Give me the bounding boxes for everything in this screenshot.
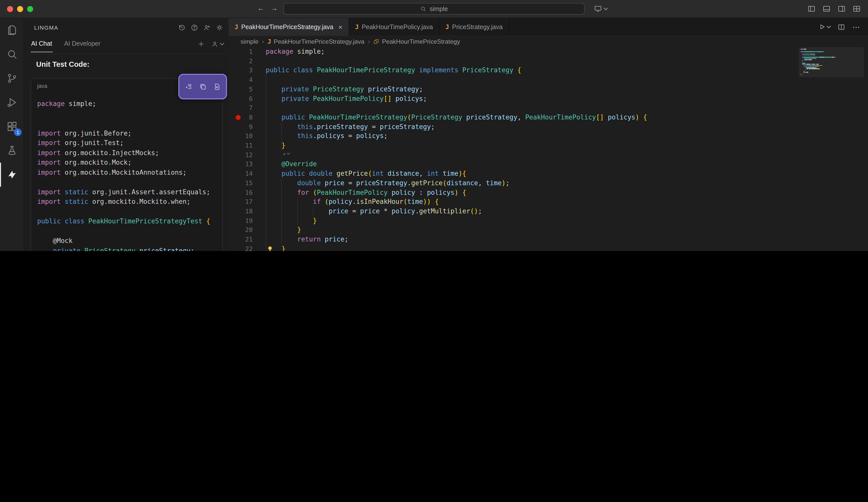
code-line bbox=[266, 75, 647, 85]
code-line bbox=[266, 150, 647, 160]
sidebar-item-lingma[interactable] bbox=[0, 163, 24, 187]
session-user-icon[interactable] bbox=[211, 40, 224, 48]
code-line: public class PeakHourTimePriceStrategyTe… bbox=[37, 216, 222, 226]
code-line: private PriceStrategy priceStrategy; bbox=[266, 85, 647, 94]
code-line: this.priceStrategy = priceStrategy; bbox=[266, 122, 647, 132]
tab-label: PeakHourTimePolicy.java bbox=[362, 23, 433, 30]
line-number: 14 bbox=[229, 169, 253, 178]
line-number: 6 bbox=[229, 94, 253, 103]
copy-icon[interactable] bbox=[199, 83, 207, 91]
back-button[interactable]: ← bbox=[257, 4, 264, 12]
editor-tab[interactable]: JPeakHourTimePolicy.java bbox=[349, 18, 440, 36]
run-java-button[interactable] bbox=[818, 23, 830, 31]
minimize-window-button[interactable] bbox=[17, 6, 23, 12]
chat-code: package simple; import org.junit.Before;… bbox=[31, 93, 222, 251]
line-number: 8 bbox=[229, 113, 253, 122]
line-number: 4 bbox=[229, 75, 253, 85]
line-number: 15 bbox=[229, 179, 253, 188]
line-number: 20 bbox=[229, 226, 253, 235]
code-line: public class PeakHourTimePriceStrategy i… bbox=[266, 66, 647, 75]
chevron-down-icon bbox=[604, 6, 608, 10]
class-symbol-icon bbox=[373, 39, 380, 45]
java-file-icon: J bbox=[446, 23, 449, 30]
forward-button[interactable]: → bbox=[271, 4, 278, 12]
breadcrumb: simple › JPeakHourTimePriceStrategy.java… bbox=[229, 36, 868, 47]
new-chat-icon[interactable] bbox=[197, 40, 205, 48]
line-number: 3 bbox=[229, 66, 253, 75]
code-line: import org.mockito.MockitoAnnotations; bbox=[37, 167, 222, 177]
code-line bbox=[37, 109, 222, 118]
line-number: 22 bbox=[229, 244, 253, 251]
line-number: 16 bbox=[229, 188, 253, 197]
sidebar-item-extensions[interactable]: 1 bbox=[0, 114, 24, 138]
close-window-button[interactable] bbox=[7, 6, 13, 12]
breadcrumb-folder[interactable]: simple bbox=[241, 38, 258, 45]
sidebar-item-source-control[interactable] bbox=[0, 66, 24, 90]
override-indicator-icon[interactable] bbox=[282, 151, 289, 157]
remote-window-button[interactable] bbox=[594, 4, 607, 13]
code-line: price = price * policy.getMultiplier(); bbox=[266, 207, 647, 216]
lingma-icon bbox=[6, 169, 18, 181]
breadcrumb-separator: › bbox=[368, 38, 370, 45]
editor-tab-bar: JPeakHourTimePriceStrategy.java×JPeakHou… bbox=[229, 18, 868, 36]
code-line: return price; bbox=[266, 235, 647, 244]
code-line bbox=[266, 56, 647, 66]
editor-code: package simple; public class PeakHourTim… bbox=[266, 47, 647, 251]
sidebar-item-testing[interactable] bbox=[0, 138, 24, 163]
split-editor-icon[interactable] bbox=[837, 23, 845, 31]
code-line: private PriceStrategy priceStrategy; bbox=[37, 246, 222, 251]
editor-group: JPeakHourTimePriceStrategy.java×JPeakHou… bbox=[229, 18, 868, 251]
chat-code-block: java package simple; import org.junit.Be… bbox=[31, 78, 223, 251]
tab-label: PriceStrategy.java bbox=[452, 23, 503, 30]
sidebar-item-search[interactable] bbox=[0, 42, 24, 66]
line-number: 10 bbox=[229, 132, 253, 141]
chevron-down-icon bbox=[827, 24, 831, 28]
sidebar-title: LINGMA bbox=[34, 24, 58, 31]
code-line: public double getPrice(int distance, int… bbox=[266, 169, 647, 178]
code-line: import org.mockito.InjectMocks; bbox=[37, 148, 222, 158]
search-icon bbox=[420, 6, 427, 12]
gear-icon[interactable] bbox=[216, 24, 224, 32]
minimap[interactable] bbox=[801, 49, 856, 75]
code-line: package simple; bbox=[37, 99, 222, 109]
more-actions-icon[interactable]: ⋯ bbox=[852, 22, 860, 31]
java-file-icon: J bbox=[355, 23, 359, 30]
code-line: import org.junit.Before; bbox=[37, 128, 222, 138]
code-line: private PeakHourTimePolicy[] policys; bbox=[266, 94, 647, 103]
code-line bbox=[266, 103, 647, 113]
sidebar-item-explorer[interactable] bbox=[0, 18, 24, 42]
new-file-icon[interactable] bbox=[213, 83, 221, 91]
code-line: } bbox=[266, 226, 647, 235]
line-number: 7 bbox=[229, 103, 253, 113]
code-line: } bbox=[266, 244, 647, 251]
editor-tab[interactable]: JPriceStrategy.java bbox=[440, 18, 509, 36]
breadcrumb-separator: › bbox=[262, 38, 264, 45]
customize-layout-icon[interactable] bbox=[852, 4, 861, 13]
insert-code-icon[interactable] bbox=[185, 83, 193, 91]
sidebar-item-run-debug[interactable] bbox=[0, 90, 24, 114]
extensions-badge: 1 bbox=[14, 128, 22, 136]
invite-user-icon[interactable] bbox=[203, 24, 211, 32]
toggle-sidebar-right-icon[interactable] bbox=[837, 4, 846, 13]
editor-gutter: 1234567891011121314151617181920212223 bbox=[229, 47, 253, 251]
breadcrumb-file[interactable]: JPeakHourTimePriceStrategy.java bbox=[268, 38, 364, 45]
line-number: 11 bbox=[229, 141, 253, 150]
close-icon[interactable]: × bbox=[338, 23, 342, 31]
line-number: 12 bbox=[229, 150, 253, 160]
code-line: @Override bbox=[266, 160, 647, 169]
toggle-sidebar-left-icon[interactable] bbox=[807, 4, 816, 13]
line-number: 13 bbox=[229, 160, 253, 169]
command-center-search[interactable]: simple bbox=[283, 3, 585, 14]
lightbulb-icon[interactable] bbox=[267, 245, 273, 251]
editor-tab[interactable]: JPeakHourTimePriceStrategy.java× bbox=[229, 18, 349, 36]
breadcrumb-symbol[interactable]: PeakHourTimePriceStrategy bbox=[373, 38, 460, 45]
editor-content[interactable]: 1234567891011121314151617181920212223 pa… bbox=[229, 47, 868, 251]
toggle-panel-icon[interactable] bbox=[822, 4, 831, 13]
line-number: 17 bbox=[229, 198, 253, 207]
zoom-window-button[interactable] bbox=[27, 6, 33, 12]
code-line bbox=[37, 177, 222, 187]
tab-ai-chat[interactable]: AI Chat bbox=[31, 38, 52, 52]
help-icon[interactable] bbox=[190, 24, 198, 32]
history-icon[interactable] bbox=[178, 24, 186, 32]
tab-ai-developer[interactable]: AI Developer bbox=[63, 38, 101, 52]
